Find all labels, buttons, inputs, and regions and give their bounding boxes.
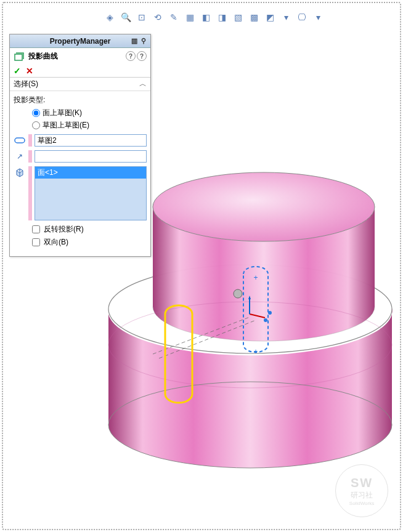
bidirectional-checkbox[interactable] [32, 238, 40, 246]
view-orientation-icon[interactable]: ◈ [104, 11, 116, 23]
display-style-icon[interactable]: 🖵 [296, 11, 308, 23]
svg-point-1 [108, 265, 392, 353]
svg-line-5 [159, 320, 256, 358]
panel-pin-icon[interactable]: ⚲ [139, 37, 148, 46]
svg-point-12 [268, 311, 272, 315]
view-toolbar: ◈ 🔍 ⊡ ⟲ ✎ ▦ ◧ ◨ ▧ ▩ ◩ ▾ 🖵 ▾ [104, 11, 324, 23]
projected-curve-icon [14, 50, 25, 62]
section-view-icon[interactable]: ✎ [168, 11, 180, 23]
help-conf-icon[interactable]: ? [137, 51, 147, 61]
confirm-row: ✓ ✕ [10, 64, 150, 78]
selection-section-header[interactable]: 选择(S) ︿ [10, 78, 150, 91]
svg-rect-14 [15, 54, 22, 60]
wireframe-icon[interactable]: ▧ [232, 11, 244, 23]
reverse-projection-checkbox[interactable] [32, 225, 40, 233]
watermark-cn: 研习社 [351, 490, 373, 501]
watermark-sub: SolidWorks [349, 501, 374, 506]
collapse-icon[interactable]: ︿ [139, 79, 147, 89]
svg-point-0 [108, 382, 392, 468]
radio-sketch-on-sketch-label: 草图上草图(E) [43, 120, 89, 131]
hidden-lines-icon[interactable]: ◨ [216, 11, 228, 23]
cancel-button[interactable]: ✕ [26, 66, 33, 76]
svg-point-13 [264, 318, 267, 322]
zoom-area-icon[interactable]: ⊡ [136, 11, 148, 23]
radio-sketch-on-sketch[interactable] [32, 121, 40, 129]
svg-point-9 [234, 289, 242, 298]
svg-point-2 [153, 172, 375, 241]
sketch-input-row [14, 134, 147, 147]
svg-marker-8 [248, 296, 251, 299]
radio-sketch-on-face-label: 面上草图(K) [43, 108, 82, 118]
svg-line-4 [153, 317, 250, 354]
face-listbox[interactable]: 面<1> [35, 166, 147, 220]
radio-sketch-on-face-row[interactable]: 面上草图(K) [32, 108, 147, 118]
dropdown-sep-icon[interactable]: ▾ [280, 11, 292, 23]
help-icon[interactable]: ? [126, 51, 136, 61]
projection-type-label: 投影类型: [14, 95, 147, 105]
reverse-projection-row[interactable]: 反转投影(R) [32, 224, 147, 235]
svg-point-3 [108, 302, 392, 388]
zoom-previous-icon[interactable]: ⟲ [152, 11, 164, 23]
feature-name: 投影曲线 [28, 51, 58, 62]
shaded-icon[interactable]: ▩ [248, 11, 260, 23]
svg-rect-15 [15, 138, 25, 143]
svg-text:+: + [253, 273, 258, 282]
face-selected-item[interactable]: 面<1> [35, 167, 146, 179]
shaded-edges-icon[interactable]: ◩ [264, 11, 276, 23]
pinkbar [28, 166, 32, 220]
bidirectional-label: 双向(B) [44, 237, 68, 248]
panel-menu-icon[interactable]: ▥ [130, 37, 139, 46]
direction-input-row: ↗ [14, 150, 147, 163]
watermark-sw: SW [351, 476, 373, 490]
pinkbar [28, 134, 32, 147]
pinkbar [28, 150, 32, 163]
panel-title: PropertyManager [50, 37, 111, 46]
reverse-projection-label: 反转投影(R) [44, 224, 84, 235]
property-manager-panel: PropertyManager ▥ ⚲ 投影曲线 ? ? ✓ ✕ 选择(S) ︿… [9, 34, 151, 257]
zoom-fit-icon[interactable]: 🔍 [120, 11, 132, 23]
svg-text:+: + [253, 347, 258, 356]
direction-arrow-icon: ↗ [14, 151, 26, 161]
panel-header: PropertyManager ▥ ⚲ [10, 34, 150, 48]
sketch-input[interactable] [35, 134, 147, 147]
sketch-slot-icon [14, 135, 26, 145]
ok-button[interactable]: ✓ [14, 66, 21, 76]
render-mode-icon[interactable]: ◧ [200, 11, 212, 23]
radio-sketch-on-sketch-row[interactable]: 草图上草图(E) [32, 120, 147, 131]
selection-label: 选择(S) [14, 79, 38, 89]
face-cube-icon [14, 167, 26, 177]
view-settings-icon[interactable]: ▦ [184, 11, 196, 23]
feature-title-row: 投影曲线 ? ? [10, 48, 150, 64]
radio-sketch-on-face[interactable] [32, 109, 40, 117]
bidirectional-row[interactable]: 双向(B) [32, 237, 147, 248]
svg-line-6 [250, 314, 265, 318]
selection-section-body: 投影类型: 面上草图(K) 草图上草图(E) ↗ [10, 91, 150, 256]
display-dropdown-icon[interactable]: ▾ [312, 11, 324, 23]
direction-input[interactable] [35, 150, 147, 163]
face-selection-row: 面<1> [14, 166, 147, 220]
watermark: SW 研习社 SolidWorks [335, 464, 388, 517]
